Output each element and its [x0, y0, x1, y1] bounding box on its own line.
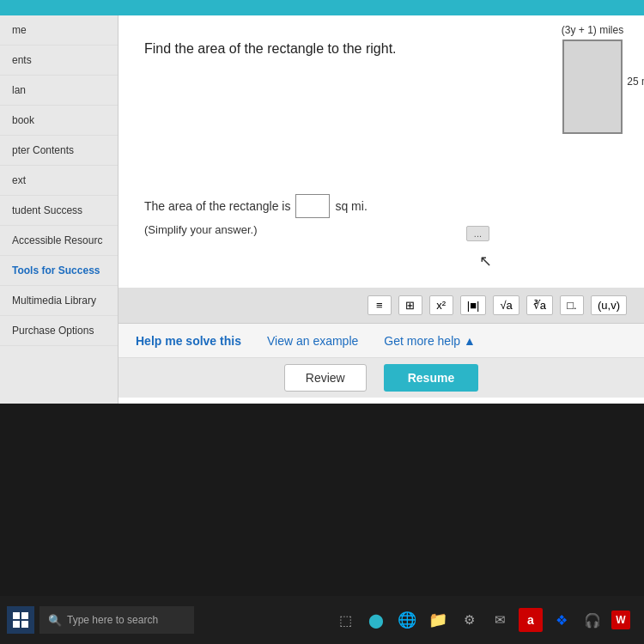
- answer-area: The area of the rectangle is sq mi. (Sim…: [118, 194, 644, 236]
- get-more-help-link[interactable]: Get more help ▲: [384, 334, 475, 348]
- rect-right-label: 25 miles: [627, 76, 644, 88]
- search-icon: 🔍: [48, 614, 62, 627]
- taskbar-icon-folder[interactable]: 📁: [426, 608, 450, 632]
- taskbar: 🔍 Type here to search ⬚ ⬤ 🌐 📁 ⚙ ✉ a ❖ 🎧 …: [0, 596, 644, 644]
- taskbar-icon-a[interactable]: a: [519, 608, 543, 632]
- answer-input[interactable]: [295, 194, 330, 218]
- point-button[interactable]: (u,v): [591, 295, 627, 315]
- view-example-link[interactable]: View an example: [267, 334, 358, 348]
- rect-shape: 25 miles: [562, 39, 623, 134]
- taskbar-system-icons: ⬚ ⬤ 🌐 📁 ⚙ ✉ a ❖ 🎧 W: [333, 608, 630, 632]
- taskbar-icon-task-view[interactable]: ⬚: [333, 608, 357, 632]
- cursor: ↖: [479, 252, 492, 270]
- mixed-number-button[interactable]: ⊞: [398, 295, 422, 315]
- ellipsis-button[interactable]: ...: [466, 226, 489, 241]
- help-solve-link[interactable]: Help me solve this: [136, 334, 241, 348]
- taskbar-icon-circle[interactable]: ⬤: [364, 608, 388, 632]
- sqrt-button[interactable]: √a: [493, 295, 519, 315]
- sidebar-item-purchase-options[interactable]: Purchase Options: [0, 316, 118, 346]
- sidebar-item-me[interactable]: me: [0, 15, 118, 46]
- fraction-button[interactable]: ≡: [368, 295, 392, 315]
- taskbar-icon-audio[interactable]: 🎧: [580, 608, 605, 632]
- taskbar-search-label: Type here to search: [67, 614, 158, 626]
- sidebar-item-chapter-contents[interactable]: pter Contents: [0, 136, 118, 166]
- svg-rect-2: [13, 621, 20, 628]
- math-toolbar: ≡ ⊞ x² |■| √a ∛a □. (u,v): [118, 288, 644, 324]
- sidebar: me ents lan book pter Contents ext tuden…: [0, 15, 118, 462]
- sidebar-item-ents[interactable]: ents: [0, 46, 118, 76]
- sidebar-item-lan[interactable]: lan: [0, 76, 118, 106]
- problem-area: Find the area of the rectangle to the ri…: [118, 15, 644, 91]
- superscript-button[interactable]: x²: [429, 295, 453, 315]
- sidebar-item-ext[interactable]: ext: [0, 166, 118, 196]
- sidebar-item-book[interactable]: book: [0, 106, 118, 136]
- sidebar-item-student-success[interactable]: tudent Success: [0, 196, 118, 226]
- bottom-bar: Review Resume: [118, 358, 644, 398]
- teal-header-bar: [0, 0, 644, 15]
- absolute-value-button[interactable]: |■|: [460, 295, 487, 315]
- simplify-note: (Simplify your answer.): [144, 223, 618, 236]
- sidebar-item-multimedia-library[interactable]: Multimedia Library: [0, 286, 118, 316]
- taskbar-icon-office[interactable]: W: [611, 611, 630, 629]
- sidebar-item-accessible-resources[interactable]: Accessible Resourc: [0, 226, 118, 256]
- review-button[interactable]: Review: [284, 364, 367, 392]
- taskbar-icon-dropbox[interactable]: ❖: [550, 608, 574, 632]
- rect-top-label: (3y + 1) miles: [558, 24, 627, 36]
- svg-rect-1: [21, 612, 28, 619]
- answer-text-row: The area of the rectangle is sq mi.: [144, 194, 618, 218]
- problem-instruction: Find the area of the rectangle to the ri…: [144, 41, 618, 57]
- dark-overlay: [0, 404, 644, 515]
- sidebar-item-tools-for-success[interactable]: Tools for Success: [0, 256, 118, 286]
- answer-unit: sq mi.: [335, 199, 367, 213]
- rectangle-diagram: (3y + 1) miles 25 miles: [558, 24, 627, 134]
- taskbar-icon-mail[interactable]: ✉: [488, 608, 512, 632]
- taskbar-icon-store[interactable]: ⚙: [457, 608, 481, 632]
- taskbar-icon-edge[interactable]: 🌐: [395, 608, 419, 632]
- svg-rect-3: [21, 621, 28, 628]
- cbrt-button[interactable]: ∛a: [526, 295, 553, 315]
- taskbar-search-box[interactable]: 🔍 Type here to search: [39, 606, 194, 634]
- start-button[interactable]: [7, 606, 34, 634]
- resume-button[interactable]: Resume: [384, 364, 478, 392]
- svg-rect-0: [13, 612, 20, 619]
- answer-prefix: The area of the rectangle is: [144, 199, 290, 213]
- decimal-button[interactable]: □.: [560, 295, 584, 315]
- help-bar: Help me solve this View an example Get m…: [118, 324, 644, 358]
